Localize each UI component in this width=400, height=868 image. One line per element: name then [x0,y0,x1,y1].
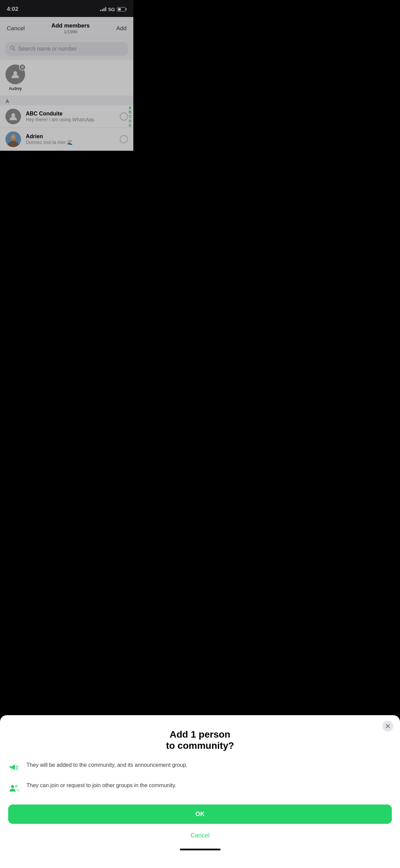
modal-overlay: Add 1 personto community? They will be a… [0,0,133,289]
